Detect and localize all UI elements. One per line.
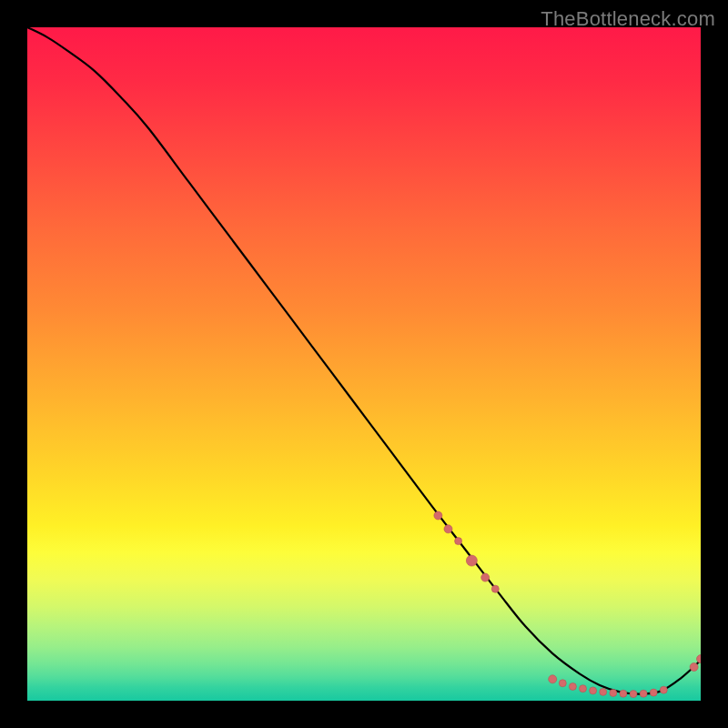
data-dot <box>640 690 647 697</box>
data-dot <box>630 691 637 698</box>
data-dot <box>600 688 607 695</box>
chart-overlay <box>27 27 701 701</box>
data-dot <box>697 655 702 663</box>
data-dot <box>491 585 499 592</box>
data-dot <box>569 682 576 690</box>
data-dot <box>590 687 597 694</box>
data-dot <box>660 686 667 693</box>
data-dot <box>580 685 587 693</box>
data-dots <box>434 511 701 698</box>
data-dot <box>650 689 657 696</box>
data-dot <box>549 675 557 683</box>
data-dot <box>434 511 442 520</box>
data-dot <box>620 690 627 697</box>
data-dot <box>455 538 462 545</box>
chart-canvas: TheBottleneck.com <box>0 0 728 728</box>
bottleneck-curve <box>27 27 701 694</box>
data-dot <box>466 555 477 566</box>
watermark-label: TheBottleneck.com <box>541 7 715 31</box>
data-dot <box>690 663 698 672</box>
data-dot <box>444 525 452 533</box>
plot-area <box>27 27 701 701</box>
data-dot <box>559 680 566 687</box>
data-dot <box>610 689 617 696</box>
data-dot <box>481 573 490 581</box>
